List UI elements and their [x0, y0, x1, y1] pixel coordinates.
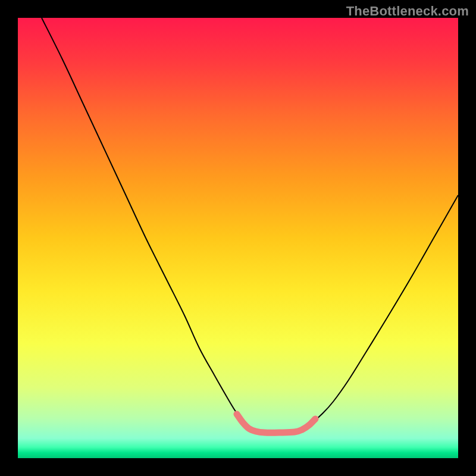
watermark-text: TheBottleneck.com: [346, 4, 469, 19]
plot-area: [18, 18, 458, 458]
svg-rect-0: [18, 18, 458, 458]
gradient-background: [18, 18, 458, 458]
chart-frame: TheBottleneck.com: [0, 0, 476, 476]
